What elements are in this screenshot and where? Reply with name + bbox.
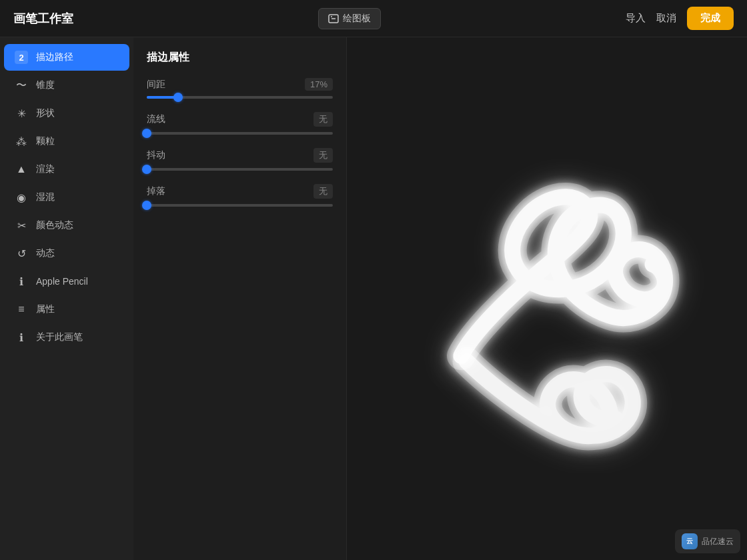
app-title: 画笔工作室 — [13, 11, 73, 27]
slider-jitter[interactable] — [147, 168, 333, 171]
sidebar-label-color-dynamic: 颜色动态 — [36, 219, 73, 231]
prop-row-jitter: 抖动无 — [147, 148, 333, 171]
sidebar-icon-grain: ⁂ — [15, 135, 28, 148]
sidebar-item-grain[interactable]: ⁂颗粒 — [4, 128, 129, 155]
cancel-button[interactable]: 取消 — [656, 12, 676, 25]
sidebar-item-shape[interactable]: ✳形状 — [4, 100, 129, 127]
sidebar-item-apple-pencil[interactable]: ℹApple Pencil — [4, 268, 129, 295]
prop-row-streamline: 流线无 — [147, 112, 333, 135]
slider-thumb-falloff[interactable] — [142, 201, 151, 210]
sidebar-item-render[interactable]: ▲渲染 — [4, 156, 129, 183]
drawing-board-icon — [328, 13, 339, 24]
sidebar-label-render: 渲染 — [36, 163, 55, 175]
prop-value-streamline: 无 — [313, 112, 333, 127]
canvas-area[interactable]: 云 品亿速云 — [347, 37, 747, 560]
sidebar-icon-about: ℹ — [15, 331, 28, 344]
sidebar-label-shape: 形状 — [36, 107, 55, 119]
sidebar-icon-cone: 〜 — [15, 79, 28, 92]
sidebar-item-color-dynamic[interactable]: ✂颜色动态 — [4, 212, 129, 239]
done-button[interactable]: 完成 — [687, 7, 734, 30]
prop-header-streamline: 流线无 — [147, 112, 333, 127]
properties-panel: 描边属性 间距17%流线无抖动无掉落无 — [133, 37, 347, 560]
sidebar-icon-stroke-path: 2 — [15, 51, 28, 64]
import-button[interactable]: 导入 — [626, 12, 646, 25]
prop-row-falloff: 掉落无 — [147, 184, 333, 207]
header: 画笔工作室 绘图板 导入 取消 完成 — [0, 0, 747, 37]
slider-thumb-streamline[interactable] — [142, 129, 151, 138]
prop-label-streamline: 流线 — [147, 113, 165, 125]
sidebar-label-cone: 锥度 — [36, 79, 55, 91]
slider-streamline[interactable] — [147, 132, 333, 135]
sidebar-item-wet-mix[interactable]: ◉湿混 — [4, 184, 129, 211]
sidebar-icon-apple-pencil: ℹ — [15, 275, 28, 288]
sidebar-label-properties: 属性 — [36, 303, 55, 315]
watermark-icon: 云 — [682, 533, 698, 549]
sidebar-icon-wet-mix: ◉ — [15, 191, 28, 204]
sidebar-label-stroke-path: 描边路径 — [36, 51, 73, 63]
main-layout: 2描边路径〜锥度✳形状⁂颗粒▲渲染◉湿混✂颜色动态↺动态ℹApple Penci… — [0, 37, 747, 560]
slider-thumb-jitter[interactable] — [142, 165, 151, 174]
prop-label-spacing: 间距 — [147, 79, 165, 91]
prop-value-spacing: 17% — [305, 78, 333, 91]
prop-header-jitter: 抖动无 — [147, 148, 333, 163]
sidebar-item-stroke-path[interactable]: 2描边路径 — [4, 44, 129, 71]
slider-spacing[interactable] — [147, 96, 333, 99]
slider-thumb-spacing[interactable] — [173, 93, 183, 102]
prop-header-spacing: 间距17% — [147, 78, 333, 91]
drawing-board-button[interactable]: 绘图板 — [318, 8, 381, 29]
drawing-board-label: 绘图板 — [343, 13, 371, 25]
watermark-text: 品亿速云 — [702, 536, 734, 547]
sidebar-item-about[interactable]: ℹ关于此画笔 — [4, 324, 129, 351]
prop-value-jitter: 无 — [313, 148, 333, 163]
watermark: 云 品亿速云 — [675, 529, 740, 553]
sidebar-label-wet-mix: 湿混 — [36, 191, 55, 203]
sidebar-label-dynamic: 动态 — [36, 247, 55, 259]
prop-label-falloff: 掉落 — [147, 185, 165, 197]
sidebar-icon-dynamic: ↺ — [15, 247, 28, 260]
slider-falloff[interactable] — [147, 204, 333, 207]
header-center: 绘图板 — [318, 8, 381, 29]
panel-title: 描边属性 — [147, 51, 333, 65]
sidebar: 2描边路径〜锥度✳形状⁂颗粒▲渲染◉湿混✂颜色动态↺动态ℹApple Penci… — [0, 37, 133, 560]
sidebar-item-dynamic[interactable]: ↺动态 — [4, 240, 129, 267]
sidebar-icon-render: ▲ — [15, 163, 28, 176]
prop-value-falloff: 无 — [313, 184, 333, 199]
sidebar-label-apple-pencil: Apple Pencil — [36, 276, 88, 287]
sidebar-label-grain: 颗粒 — [36, 135, 55, 147]
sidebar-item-cone[interactable]: 〜锥度 — [4, 72, 129, 99]
sidebar-label-about: 关于此画笔 — [36, 331, 83, 343]
sidebar-icon-shape: ✳ — [15, 107, 28, 120]
prop-row-spacing: 间距17% — [147, 78, 333, 99]
header-actions: 导入 取消 完成 — [626, 7, 734, 30]
prop-header-falloff: 掉落无 — [147, 184, 333, 199]
sidebar-icon-properties: ≡ — [15, 303, 28, 316]
brush-preview — [347, 37, 747, 560]
sidebar-icon-color-dynamic: ✂ — [15, 219, 28, 232]
prop-label-jitter: 抖动 — [147, 149, 165, 161]
sidebar-item-properties[interactable]: ≡属性 — [4, 296, 129, 323]
